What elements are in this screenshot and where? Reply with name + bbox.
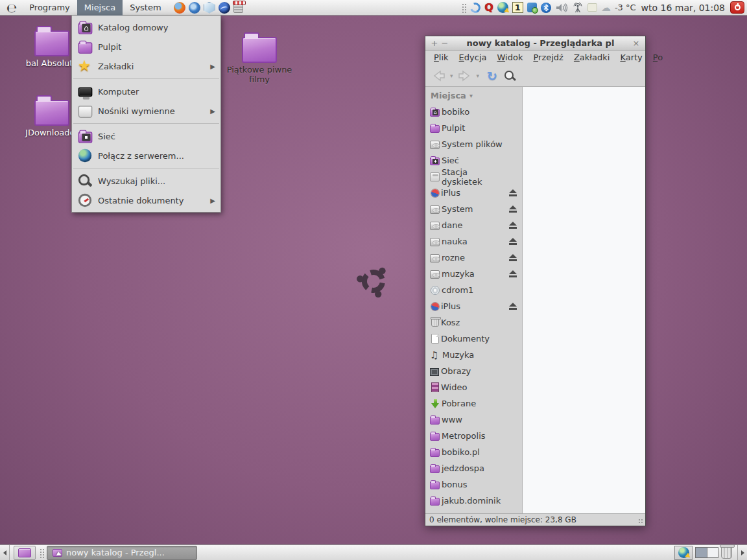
eject-button[interactable] [508, 270, 517, 278]
downloader-globe-icon[interactable] [497, 2, 508, 13]
workspace-switcher[interactable] [695, 547, 718, 558]
back-dropdown-icon[interactable]: ▾ [450, 73, 453, 79]
refresh-button[interactable]: ↻ [487, 68, 497, 84]
temperature-readout[interactable]: -3 °C [615, 3, 636, 12]
sidebar-place-item[interactable]: nauka [425, 233, 522, 250]
bluetooth-icon[interactable] [541, 3, 551, 13]
menubar-item[interactable]: Po [648, 51, 667, 65]
cube-3d-icon[interactable] [204, 2, 215, 14]
menubar-item[interactable]: Karty [615, 51, 646, 65]
place-label: muzyka [442, 269, 475, 279]
menu-separator [73, 123, 219, 124]
panel-hide-left-button[interactable] [0, 545, 10, 560]
titlebar[interactable]: nowy katalog - Przeglądarka pl [425, 36, 645, 51]
taskbar-handle[interactable] [39, 548, 44, 558]
sidebar-place-item[interactable]: Pulpit [425, 120, 522, 136]
sidebar-place-item[interactable]: Stacja dyskietek [425, 169, 522, 185]
place-label: bobiko [442, 107, 469, 117]
place-icon [430, 482, 440, 489]
sidebar-header-dropdown[interactable]: Miejsca [425, 87, 522, 104]
sidebar-place-item[interactable]: Sieć [425, 152, 522, 169]
clock[interactable]: wto 16 mar, 01:08 [641, 3, 725, 13]
top-panel: ℮ ProgramyMiejscaSystem Q 1 [0, 0, 747, 16]
sidebar-place-item[interactable]: www [425, 412, 522, 428]
folder-icon [34, 100, 69, 126]
trash-applet-icon[interactable] [721, 546, 732, 559]
workspace-1[interactable] [696, 548, 707, 557]
menu-item-polacz-z-serwerem[interactable]: Połącz z serwerem... [72, 146, 220, 165]
screensaver-tray-icon[interactable] [587, 3, 597, 12]
sidebar-place-item[interactable]: System plików [425, 136, 522, 152]
eject-button[interactable] [508, 303, 517, 310]
forward-dropdown-icon[interactable]: ▾ [477, 73, 480, 79]
sidebar-place-item[interactable]: iPlus [425, 185, 522, 201]
eject-button[interactable] [508, 238, 517, 246]
sidebar-place-item[interactable]: dane [425, 217, 522, 233]
minimize-button[interactable] [440, 37, 450, 50]
keyboard-layout-indicator[interactable]: 1 [512, 2, 523, 13]
sidebar-place-item[interactable]: Dokumenty [425, 331, 522, 347]
eject-button[interactable] [508, 254, 517, 262]
maximize-button[interactable] [429, 37, 440, 50]
back-button[interactable] [431, 69, 446, 82]
close-button[interactable] [631, 37, 641, 50]
resize-grip[interactable] [638, 519, 644, 524]
sidebar-place-item[interactable]: Obrazy [425, 363, 522, 379]
web-planet-icon[interactable] [219, 2, 230, 14]
thunderbird-icon[interactable] [189, 2, 200, 14]
volume-icon[interactable] [555, 3, 568, 13]
menu-item-nosniki-wymienne[interactable]: Nośniki wymienne [72, 101, 220, 121]
menu-item-katalog-domowy[interactable]: Katalog domowy [72, 18, 220, 37]
sidebar-place-item[interactable]: iPlus [425, 298, 522, 314]
tray-handle[interactable] [461, 3, 466, 13]
sidebar-place-item[interactable]: Wideo [425, 379, 522, 395]
messenger-swirl-icon[interactable] [469, 1, 482, 14]
desktop-icon-piatkowe-piwne-filmy[interactable]: Piątkowe piwne filmy [224, 31, 295, 84]
taskbar-window-button[interactable]: nowy katalog - Przegl... [47, 546, 197, 560]
show-desktop-button[interactable] [14, 546, 36, 560]
eject-button[interactable] [508, 189, 517, 197]
menu-item-komputer[interactable]: Komputer [72, 82, 220, 101]
menubar-item[interactable]: Edycja [455, 51, 492, 65]
menu-item-ostatnie-dokumenty[interactable]: Ostatnie dokumenty [72, 191, 220, 210]
sidebar-place-item[interactable]: Pobrane [425, 395, 522, 412]
eject-button[interactable] [508, 205, 517, 213]
sidebar-place-item[interactable]: Metropolis [425, 428, 522, 444]
downloader-globe-tray-slot[interactable] [674, 546, 693, 560]
panel-hide-right-button[interactable] [737, 545, 747, 560]
menubar-item[interactable]: Widok [493, 51, 528, 65]
sidebar-place-item[interactable]: cdrom1 [425, 282, 522, 298]
sidebar-place-item[interactable]: bobiko [425, 104, 522, 120]
sidebar-place-item[interactable]: bonus [425, 476, 522, 493]
sidebar-place-item[interactable]: rozne [425, 250, 522, 266]
qnapi-icon[interactable]: Q [484, 2, 493, 14]
forward-button[interactable] [457, 69, 473, 82]
workspace-2[interactable] [707, 548, 718, 557]
menubar-item[interactable]: Zakładki [569, 51, 614, 65]
wireless-antenna-icon[interactable] [572, 2, 584, 13]
search-button[interactable] [504, 70, 516, 82]
menu-item-pulpit[interactable]: Pulpit [72, 37, 220, 56]
menu-item-siec[interactable]: Sieć [72, 126, 220, 146]
firefox-icon[interactable] [174, 2, 185, 14]
file-list-area[interactable] [523, 87, 645, 513]
sidebar-place-item[interactable]: System [425, 201, 522, 217]
menu-item-zakladki[interactable]: Zakładki [72, 56, 220, 76]
menubar-item[interactable]: Plik [429, 51, 453, 65]
sidebar-place-item[interactable]: jakub.dominik [425, 493, 522, 509]
sidebar-place-item[interactable]: muzyka [425, 266, 522, 282]
sidebar-place-item[interactable]: Muzyka [425, 347, 522, 363]
place-label: nauka [442, 237, 468, 246]
spring-toy-icon[interactable] [233, 2, 243, 13]
menu-item-wyszukaj-pliki[interactable]: Wyszukaj pliki... [72, 171, 220, 191]
sidebar-place-item[interactable]: bobiko.pl [425, 444, 522, 460]
sidebar-place-item[interactable]: jedzdospa [425, 460, 522, 476]
sidebar-place-item[interactable]: Kosz [425, 314, 522, 331]
menubar-item[interactable]: Przejdź [528, 51, 567, 65]
dropbox-icon[interactable] [527, 3, 537, 12]
power-button[interactable] [730, 1, 744, 14]
eject-button[interactable] [508, 222, 517, 229]
panel-menu-item[interactable]: System [123, 0, 168, 16]
panel-menu-item[interactable]: Programy [22, 0, 77, 16]
panel-menu-item[interactable]: Miejsca [77, 0, 123, 16]
